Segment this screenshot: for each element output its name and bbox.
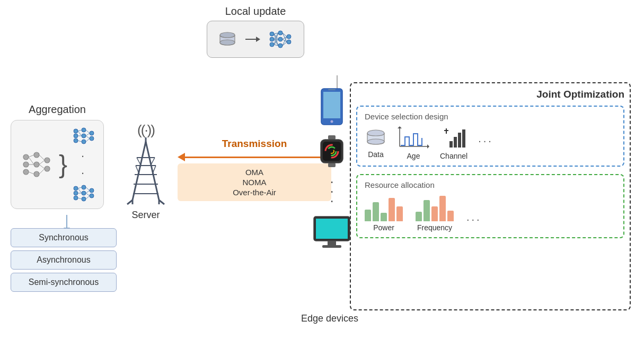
svg-point-8 [278,37,283,41]
svg-point-6 [270,42,274,47]
svg-line-58 [86,138,90,142]
svg-line-83 [151,158,155,166]
svg-point-27 [23,154,29,160]
device-selection-label: Device selection design [365,112,616,121]
device-item-data: Data [365,128,387,159]
frequency-label: Frequency [417,223,452,232]
agg-dots2: · [81,167,86,179]
svg-point-32 [34,171,39,177]
frequency-bar-chart [416,195,454,221]
server-section: ((·)) Server [122,122,170,221]
power-bar-chart [365,195,403,221]
resource-allocation-box: Resource allocation Power [356,174,624,238]
svg-line-52 [78,131,82,136]
svg-line-73 [86,193,90,196]
svg-point-45 [74,138,78,143]
svg-point-10 [287,34,291,39]
svg-rect-116 [458,133,461,148]
age-icon [398,126,429,150]
local-update-section: Local update [207,5,304,58]
svg-point-44 [74,134,78,138]
svg-point-34 [45,166,50,171]
svg-point-63 [82,191,86,195]
svg-point-7 [278,31,283,35]
svg-point-93 [331,120,333,123]
transmission-arrow [178,153,331,161]
resource-items: Power Frequency ... [365,195,616,232]
aggregation-box: } [11,120,104,209]
sync-asynchronous: Asynchronous [11,250,117,270]
local-update-label: Local update [207,5,304,18]
svg-point-4 [270,32,274,36]
svg-point-59 [74,186,78,190]
svg-point-62 [82,185,86,189]
nn-agg-bottom [73,184,95,202]
protocol-oma: OMA [188,168,321,177]
arrow-line [185,157,324,158]
age-label: Age [407,152,420,160]
svg-line-55 [86,130,90,133]
aggregation-section: Aggregation } [11,103,104,209]
svg-line-35 [29,155,34,157]
transmission-label: Transmission [178,138,331,150]
svg-rect-104 [328,241,336,245]
joint-optimization-box: Joint Optimization Device selection desi… [350,82,631,310]
channel-icon [441,126,466,150]
sync-semi-synchronous: Semi-synchronous [11,273,117,292]
svg-line-68 [78,188,82,193]
data-icon [365,128,387,148]
svg-rect-103 [316,219,348,239]
neural-net-local-icon [268,29,293,50]
svg-point-66 [90,194,94,198]
svg-rect-94 [328,89,336,90]
resource-allocation-label: Resource allocation [365,180,616,189]
svg-line-36 [29,157,34,164]
smartwatch-icon [316,135,347,167]
agg-networks: · · [73,127,95,202]
svg-line-76 [146,142,159,200]
device-item-channel: Channel [440,126,467,160]
transmission-protocols: OMA NOMA Over-the-Air [178,163,331,201]
device-selection-dots: ... [478,133,493,144]
svg-line-57 [86,136,90,138]
svg-marker-111 [398,126,402,128]
svg-point-46 [82,128,86,132]
svg-point-48 [82,140,86,144]
channel-label: Channel [440,152,467,160]
svg-line-72 [86,190,90,193]
svg-line-54 [78,141,82,142]
nn-agg-top [73,127,95,145]
svg-marker-3 [256,37,260,42]
svg-point-28 [23,162,29,167]
svg-line-42 [39,169,45,174]
protocol-ota: Over-the-Air [188,188,321,197]
sync-section: Synchronous Asynchronous Semi-synchronou… [11,228,117,292]
device-dots: ··· [330,177,333,206]
svg-point-50 [90,136,94,141]
svg-line-74 [86,196,90,199]
database-icon [218,30,237,49]
joint-opt-label: Joint Optimization [356,89,624,100]
server-label: Server [122,210,170,221]
svg-line-40 [39,160,45,164]
agg-dots: · [81,150,86,162]
svg-line-70 [78,198,82,199]
arrow-left-head [178,153,185,161]
cell-tower-icon [122,136,170,205]
device-items: Data Age [365,126,616,160]
brace-icon: } [59,152,67,177]
resource-item-power: Power [365,195,403,232]
svg-rect-95 [328,135,336,140]
svg-rect-92 [323,92,340,118]
svg-point-29 [23,169,29,175]
svg-point-47 [82,134,86,138]
device-selection-box: Device selection design Data [356,106,624,167]
svg-point-60 [74,191,78,195]
svg-point-1 [220,40,235,45]
sync-synchronous: Synchronous [11,228,117,247]
svg-point-9 [278,44,283,48]
svg-point-65 [90,188,94,193]
svg-point-49 [90,131,94,135]
svg-marker-110 [427,144,429,149]
data-label: Data [368,150,384,159]
